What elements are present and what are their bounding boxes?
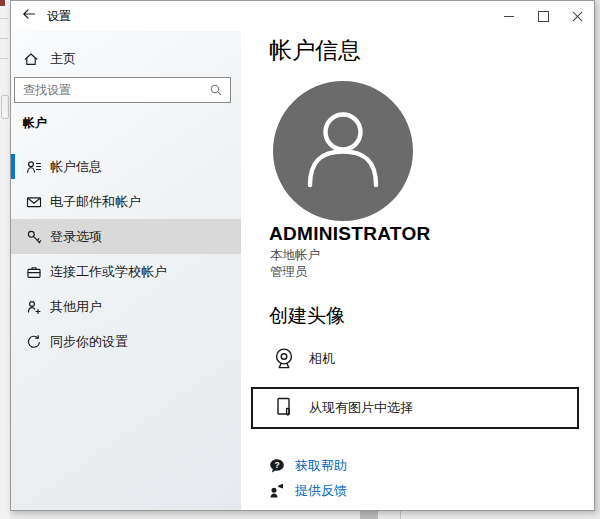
sidebar-item-label: 帐户信息 <box>50 158 102 176</box>
title-bar: 设置 <box>11 1 594 31</box>
sidebar-nav: 帐户信息 电子邮件和帐户 登录选项 <box>11 149 241 359</box>
email-icon <box>26 194 42 210</box>
minimize-button[interactable] <box>492 1 526 31</box>
back-icon <box>21 6 37 26</box>
sidebar-item-signin-options[interactable]: 登录选项 <box>11 219 241 254</box>
avatar-person-icon <box>273 81 413 221</box>
sidebar-item-email-accounts[interactable]: 电子邮件和帐户 <box>11 184 241 219</box>
search-input[interactable] <box>15 83 209 97</box>
sidebar-section-header: 帐户 <box>23 115 47 132</box>
search-icon <box>209 83 223 97</box>
sidebar: 主页 帐户 帐户信息 <box>11 31 241 510</box>
page-title: 帐户信息 <box>269 35 361 66</box>
account-info-icon <box>26 159 42 175</box>
create-avatar-title: 创建头像 <box>269 303 345 329</box>
sidebar-item-sync-settings[interactable]: 同步你的设置 <box>11 324 241 359</box>
sidebar-item-label: 同步你的设置 <box>50 333 128 351</box>
sidebar-item-label: 其他用户 <box>50 298 102 316</box>
background-taskbar-fragment <box>360 511 378 519</box>
person-plus-icon <box>26 299 42 315</box>
selected-indicator <box>11 154 15 179</box>
maximize-icon <box>538 11 549 22</box>
main-pane: 帐户信息 ADMINISTRATOR 本地帐户 管理员 创建头像 相机 <box>241 31 594 510</box>
home-icon <box>23 51 39 67</box>
background-artifact <box>0 0 5 6</box>
background-window-sliver <box>0 0 10 519</box>
account-type: 本地帐户 <box>270 247 320 264</box>
svg-text:?: ? <box>274 460 279 470</box>
camera-button[interactable]: 相机 <box>271 346 335 372</box>
sidebar-item-label: 电子邮件和帐户 <box>50 193 141 211</box>
sidebar-item-label: 连接工作或学校帐户 <box>50 263 167 281</box>
home-label: 主页 <box>50 50 76 68</box>
sync-icon <box>26 334 42 350</box>
sidebar-item-work-school[interactable]: 连接工作或学校帐户 <box>11 254 241 289</box>
user-name: ADMINISTRATOR <box>269 223 431 245</box>
sidebar-item-label: 登录选项 <box>50 228 102 246</box>
browse-pictures-button[interactable]: 从现有图片中选择 <box>251 387 579 429</box>
screen: 设置 主页 帐户 <box>0 0 600 519</box>
search-box[interactable] <box>14 77 231 103</box>
give-feedback-label: 提供反馈 <box>295 482 347 500</box>
window-controls <box>492 1 594 31</box>
help-bubble-icon: ? <box>268 457 286 475</box>
back-button[interactable] <box>15 3 43 29</box>
maximize-button[interactable] <box>526 1 560 31</box>
avatar <box>273 81 413 221</box>
sidebar-item-other-users[interactable]: 其他用户 <box>11 289 241 324</box>
settings-window: 设置 主页 帐户 <box>10 0 595 511</box>
get-help-link[interactable]: ? 获取帮助 <box>268 457 347 475</box>
close-icon <box>572 11 583 22</box>
sidebar-item-account-info[interactable]: 帐户信息 <box>11 149 241 184</box>
window-title: 设置 <box>47 8 71 25</box>
close-button[interactable] <box>560 1 594 31</box>
key-icon <box>26 229 42 245</box>
minimize-icon <box>504 16 514 17</box>
webcam-icon <box>271 346 297 372</box>
account-role: 管理员 <box>270 264 308 281</box>
browse-pictures-label: 从现有图片中选择 <box>309 399 413 417</box>
briefcase-icon <box>26 264 42 280</box>
camera-label: 相机 <box>309 350 335 368</box>
get-help-label: 获取帮助 <box>295 457 347 475</box>
feedback-person-icon <box>268 482 286 500</box>
sidebar-item-home[interactable]: 主页 <box>11 45 241 73</box>
picture-file-icon <box>271 395 297 421</box>
give-feedback-link[interactable]: 提供反馈 <box>268 482 347 500</box>
